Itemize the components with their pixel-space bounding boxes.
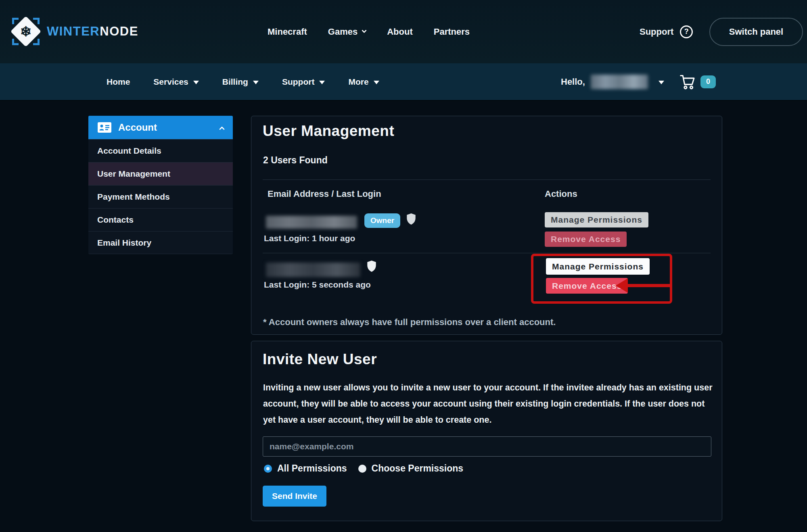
manage-permissions-button-row1[interactable]: Manage Permissions <box>545 212 648 227</box>
brand-winter: WINTER <box>47 24 100 38</box>
sidebar-header-label: Account <box>118 122 157 133</box>
owner-badge: Owner <box>364 213 400 228</box>
support-link[interactable]: Support ? <box>640 0 693 63</box>
top-header: ❄ WINTERNODE Minecraft Games About Partn… <box>0 0 807 63</box>
sidebar-header-account[interactable]: Account <box>88 116 233 139</box>
divider <box>263 253 711 253</box>
permissions-radio-group: All Permissions Choose Permissions <box>264 463 463 474</box>
sidebar-item-email-history[interactable]: Email History <box>88 231 233 254</box>
invite-title: Invite New User <box>263 351 377 368</box>
caret-down-icon <box>659 81 664 84</box>
brand-name: WINTERNODE <box>47 24 138 39</box>
snowflake-logo-icon: ❄ <box>12 18 40 45</box>
radio-choose-permissions[interactable]: Choose Permissions <box>358 463 464 474</box>
caret-down-icon <box>374 81 379 84</box>
main-nav-bar: Home Services Billing Support More Hello… <box>0 63 807 100</box>
sidebar-item-user-management[interactable]: User Management <box>88 162 233 185</box>
switch-panel-button[interactable]: Switch panel <box>709 18 803 46</box>
greeting-label: Hello, <box>561 77 585 87</box>
sidebar-item-contacts[interactable]: Contacts <box>88 208 233 231</box>
radio-selected-icon[interactable] <box>264 465 272 473</box>
nav-support[interactable]: Support <box>282 77 325 87</box>
chevron-down-icon <box>362 28 367 33</box>
sidebar-item-account-details[interactable]: Account Details <box>88 139 233 162</box>
column-header-user: Email Address / Last Login <box>268 189 381 199</box>
divider <box>263 179 711 180</box>
top-nav-partners[interactable]: Partners <box>434 27 470 37</box>
invite-description: Inviting a new user allows you to invite… <box>263 380 714 428</box>
annotation-arrow <box>625 284 670 287</box>
help-question-icon[interactable]: ? <box>680 25 693 38</box>
users-found-count: 2 Users Found <box>263 155 328 166</box>
cart-icon <box>679 74 696 90</box>
remove-access-button-row1[interactable]: Remove Access <box>545 232 627 247</box>
sidebar-item-payment-methods[interactable]: Payment Methods <box>88 185 233 208</box>
send-invite-button[interactable]: Send Invite <box>263 486 326 507</box>
last-login-row2: Last Login: 5 seconds ago <box>264 280 371 290</box>
user-management-panel: User Management 2 Users Found Email Addr… <box>251 116 722 335</box>
support-label: Support <box>640 27 673 37</box>
main-nav: Home Services Billing Support More <box>107 63 379 100</box>
nav-home[interactable]: Home <box>107 77 130 87</box>
top-nav-minecraft[interactable]: Minecraft <box>268 27 307 37</box>
radio-all-permissions[interactable]: All Permissions <box>264 463 347 474</box>
nav-more[interactable]: More <box>348 77 379 87</box>
shield-icon <box>406 213 416 225</box>
redacted-email-row1 <box>266 216 357 229</box>
cart-count-badge: 0 <box>700 75 716 88</box>
manage-permissions-button-row2[interactable]: Manage Permissions <box>546 258 650 275</box>
page-title: User Management <box>263 123 394 140</box>
caret-down-icon <box>319 81 325 84</box>
column-header-actions: Actions <box>545 189 577 199</box>
remove-access-button-row2[interactable]: Remove Access <box>546 278 628 294</box>
nav-billing[interactable]: Billing <box>222 77 259 87</box>
chevron-up-icon <box>219 126 225 132</box>
shield-icon <box>366 260 377 272</box>
owners-footnote: * Account owners always have full permis… <box>263 317 556 328</box>
redacted-username <box>591 75 648 89</box>
last-login-row1: Last Login: 1 hour ago <box>264 234 355 243</box>
top-nav-games[interactable]: Games <box>328 27 366 37</box>
brand-node: NODE <box>100 24 138 38</box>
radio-unselected-icon[interactable] <box>358 465 366 473</box>
nav-services[interactable]: Services <box>153 77 199 87</box>
top-nav: Minecraft Games About Partners <box>268 0 470 63</box>
page: ❄ WINTERNODE Minecraft Games About Partn… <box>0 0 807 532</box>
invite-new-user-panel: Invite New User Inviting a new user allo… <box>251 341 722 521</box>
caret-down-icon <box>193 81 199 84</box>
cart-button[interactable]: 0 <box>679 63 716 100</box>
account-sidebar: Account Account Details User Management … <box>88 116 233 254</box>
brand-logo[interactable]: ❄ WINTERNODE <box>12 18 138 45</box>
redacted-email-row2 <box>266 263 360 277</box>
id-card-icon <box>97 122 112 133</box>
caret-down-icon <box>253 81 259 84</box>
account-menu[interactable]: Hello, <box>561 63 664 100</box>
top-nav-about[interactable]: About <box>387 27 413 37</box>
invite-email-input[interactable] <box>263 436 711 457</box>
